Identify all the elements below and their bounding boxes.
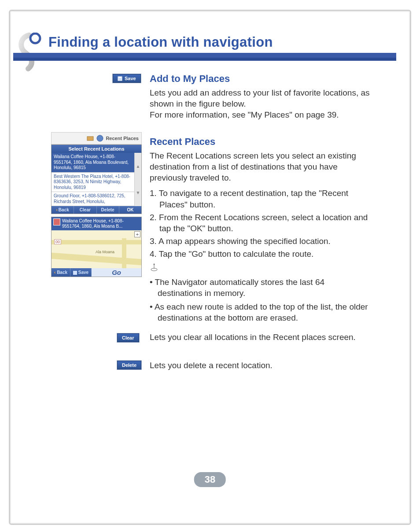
back-button[interactable]: ‹Back (52, 206, 74, 214)
clear-button[interactable]: Clear (117, 333, 139, 342)
delete-button[interactable]: Delete (117, 361, 141, 369)
recent-places-header: Recent Places (51, 132, 142, 144)
save-icon (118, 76, 122, 81)
chevron-left-icon: ‹ (56, 207, 58, 212)
list-item[interactable]: Wailana Coffee House, +1-808-9551764, 18… (52, 153, 134, 173)
map-view[interactable]: Ala Moana 00 + (52, 230, 141, 268)
step-4: 4. Tap the "Go" button to calculate the … (150, 248, 370, 259)
list-item[interactable]: Best Western The Plaza Hotel, +1-808-836… (52, 173, 134, 192)
bullet-1: • The Navigator automatically stores the… (150, 277, 370, 299)
swirl-icon (16, 33, 42, 71)
ok-button[interactable]: OK (119, 206, 141, 214)
page-number: 38 (194, 472, 226, 487)
folder-icon (86, 134, 94, 142)
save-button-label: Save (125, 76, 136, 81)
save-icon (73, 271, 77, 275)
map-button-row: ‹ Back Save Go (52, 268, 141, 277)
clear-button-figure: Clear (117, 333, 139, 342)
header-label: Recent Places (106, 136, 139, 141)
chevron-left-icon: ‹ (54, 270, 55, 275)
save-button-figure: Save (113, 74, 141, 83)
zoom-in-button[interactable]: + (134, 231, 140, 237)
map-title-bar: Wailana Coffee House, +1-808-9551764, 18… (52, 217, 141, 230)
add-paragraph-1: Lets you add an address to your list of … (150, 87, 370, 109)
panel-button-row: ‹Back Clear Delete OK (52, 206, 141, 214)
save-button[interactable]: Save (113, 74, 141, 83)
list-item[interactable]: Ground Floor, +1-808-5386012, 725, Richa… (52, 192, 134, 206)
map-title: Wailana Coffee House, +1-808-9551764, 18… (62, 218, 124, 229)
delete-button-figure: Delete (117, 361, 141, 369)
heading-add-to-my-places: Add to My Places (150, 73, 370, 85)
recent-list: Wailana Coffee House, +1-808-9551764, 18… (52, 153, 134, 206)
delete-description: Lets you delete a recent location. (150, 360, 370, 371)
content-column: Add to My Places Lets you add an address… (150, 73, 370, 323)
go-button[interactable]: Go (92, 268, 141, 277)
step-2: 2. From the Recent Locations screen, sel… (150, 212, 370, 234)
scroll-up-icon[interactable]: ▲ (135, 153, 141, 180)
recent-bullets: • The Navigator automatically stores the… (150, 277, 370, 323)
panel-title: Select Recent Locations (52, 145, 141, 153)
step-3: 3. A map appears showing the specified l… (150, 236, 370, 247)
svg-rect-6 (87, 137, 93, 140)
delete-button-small[interactable]: Delete (97, 206, 119, 214)
globe-icon (96, 134, 104, 142)
device-screenshots: Recent Places Select Recent Locations Wa… (51, 132, 142, 277)
step-1: 1. To navigate to a recent destination, … (150, 188, 370, 210)
map-panel: Wailana Coffee House, +1-808-9551764, 18… (51, 217, 142, 277)
clear-button-label: Clear (122, 335, 134, 340)
map-marker: 00 (54, 239, 61, 244)
svg-point-5 (154, 263, 155, 265)
svg-point-7 (97, 135, 103, 141)
note-icon (150, 263, 370, 274)
add-paragraph-2: For more information, see "My Places" on… (150, 109, 370, 120)
select-recent-panel: Select Recent Locations Wailana Coffee H… (51, 144, 142, 214)
svg-rect-8 (73, 271, 77, 275)
map-label: Ala Moana (96, 250, 114, 254)
clear-description: Lets you clear all locations in the Rece… (150, 332, 370, 343)
recent-steps: 1. To navigate to a recent destination, … (150, 188, 370, 259)
poi-icon (53, 218, 60, 225)
delete-button-label: Delete (122, 362, 136, 368)
svg-rect-2 (119, 77, 121, 78)
scroll-down-icon[interactable]: ▼ (135, 180, 141, 207)
svg-point-0 (30, 33, 40, 43)
map-save-button[interactable]: Save (70, 268, 92, 277)
clear-button-small[interactable]: Clear (74, 206, 96, 214)
title-rule (13, 53, 396, 61)
recent-intro: The Recent Locations screen lets you sel… (150, 150, 370, 183)
map-back-button[interactable]: ‹ Back (52, 268, 70, 277)
scrollbar[interactable]: ▲ ▼ (134, 153, 141, 206)
heading-recent-places: Recent Places (150, 136, 370, 148)
bullet-2: • As each new route is added to the top … (150, 301, 370, 323)
page-title: Finding a location with navigation (48, 34, 273, 50)
